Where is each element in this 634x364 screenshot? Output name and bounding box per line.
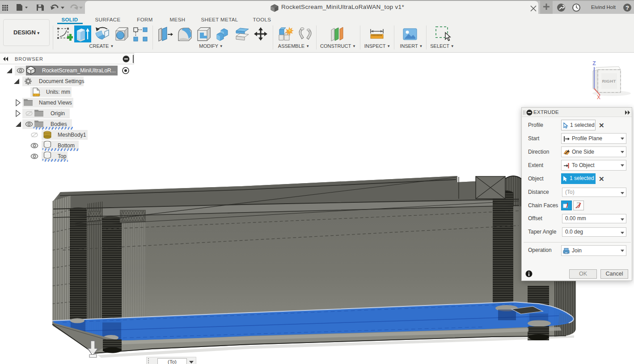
svg-text:X: X xyxy=(597,94,600,100)
svg-text:RIGHT: RIGHT xyxy=(602,79,616,84)
svg-text:?: ? xyxy=(626,4,629,11)
svg-text:Z: Z xyxy=(592,60,596,67)
